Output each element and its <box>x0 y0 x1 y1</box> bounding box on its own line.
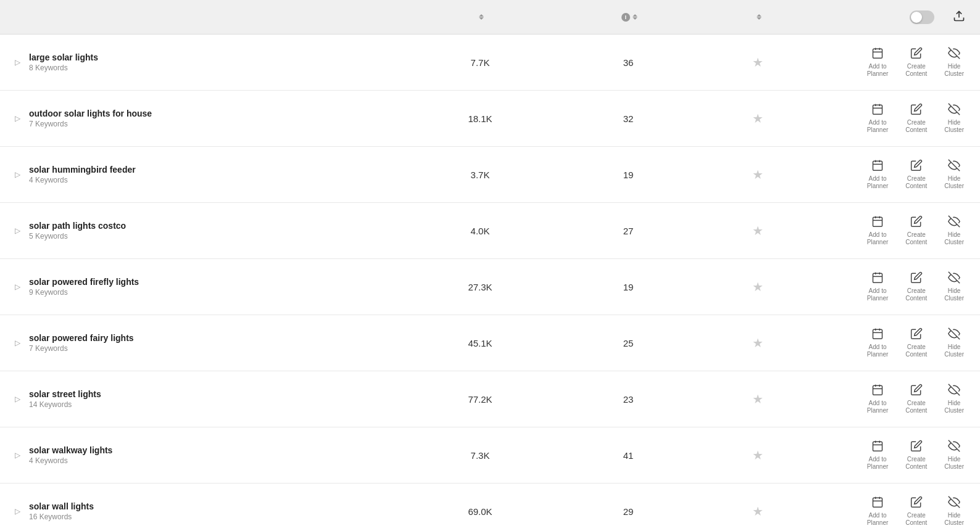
favorite-cell[interactable]: ★ <box>708 504 807 519</box>
add-to-planner-label: Add toPlanner <box>867 512 888 527</box>
add-to-planner-button[interactable]: Add toPlanner <box>863 493 892 529</box>
expand-arrow-icon[interactable]: ▷ <box>12 448 23 462</box>
create-content-button[interactable]: CreateContent <box>902 101 931 136</box>
actions-cell: Add toPlanner CreateContent <box>807 325 968 361</box>
create-content-button[interactable]: CreateContent <box>902 44 931 80</box>
add-to-planner-label: Add toPlanner <box>867 63 888 78</box>
cluster-name: large solar lights <box>29 52 98 62</box>
expand-arrow-icon[interactable]: ▷ <box>12 112 23 125</box>
expand-arrow-icon[interactable]: ▷ <box>12 56 23 69</box>
expand-arrow-icon[interactable]: ▷ <box>12 280 23 294</box>
add-to-planner-button[interactable]: Add toPlanner <box>863 101 892 136</box>
create-content-label: CreateContent <box>905 456 927 471</box>
ranking-difficulty-sort-icon[interactable] <box>633 14 637 20</box>
export-button[interactable] <box>950 7 968 27</box>
favorite-star-icon[interactable]: ★ <box>752 224 763 237</box>
expand-arrow-icon[interactable]: ▷ <box>12 224 23 237</box>
add-to-planner-button[interactable]: Add toPlanner <box>863 325 892 361</box>
hide-cluster-label: HideCluster <box>944 512 964 527</box>
favorite-star-icon[interactable]: ★ <box>752 504 763 518</box>
hide-cluster-button[interactable]: HideCluster <box>941 437 968 473</box>
cluster-cell: ▷ solar walkway lights 4 Keywords <box>12 445 412 465</box>
actions-cell: Add toPlanner CreateContent <box>807 157 968 192</box>
create-content-label: CreateContent <box>905 63 927 78</box>
expand-arrow-icon[interactable]: ▷ <box>12 168 23 181</box>
cluster-info: solar street lights 14 Keywords <box>29 389 101 409</box>
ranking-difficulty-info-icon[interactable]: i <box>621 13 630 22</box>
hide-cluster-label: HideCluster <box>944 287 964 302</box>
ranking-difficulty-cell: 41 <box>548 450 708 461</box>
create-content-label: CreateContent <box>905 512 927 527</box>
favorite-star-icon[interactable]: ★ <box>752 168 763 181</box>
ranking-difficulty-cell: 23 <box>548 394 708 405</box>
favorite-cell[interactable]: ★ <box>708 111 807 126</box>
favorite-cell[interactable]: ★ <box>708 55 807 70</box>
hide-cluster-icon <box>948 47 960 61</box>
favorite-cell[interactable]: ★ <box>708 335 807 350</box>
add-to-planner-button[interactable]: Add toPlanner <box>863 44 892 80</box>
favorite-star-icon[interactable]: ★ <box>752 448 763 462</box>
search-volume-cell: 69.0K <box>412 506 548 517</box>
create-content-button[interactable]: CreateContent <box>902 325 931 361</box>
ranking-difficulty-cell: 27 <box>548 226 708 236</box>
favorite-star-icon[interactable]: ★ <box>752 112 763 125</box>
svg-rect-1 <box>873 49 882 58</box>
cluster-info: solar hummingbird feeder 4 Keywords <box>29 165 136 184</box>
hide-cluster-label: HideCluster <box>944 456 964 471</box>
create-content-label: CreateContent <box>905 344 927 358</box>
create-content-button[interactable]: CreateContent <box>902 437 931 473</box>
hide-cluster-button[interactable]: HideCluster <box>941 213 968 249</box>
hide-cluster-icon <box>948 271 960 286</box>
favorite-star-icon[interactable]: ★ <box>752 280 763 294</box>
expand-arrow-icon[interactable]: ▷ <box>12 504 23 518</box>
cluster-info: solar powered firefly lights 9 Keywords <box>29 277 139 297</box>
cluster-info: large solar lights 8 Keywords <box>29 52 98 72</box>
cluster-info: outdoor solar lights for house 7 Keyword… <box>29 109 152 128</box>
create-content-button[interactable]: CreateContent <box>902 213 931 249</box>
hide-cluster-button[interactable]: HideCluster <box>941 157 968 192</box>
favorite-cell[interactable]: ★ <box>708 223 807 238</box>
favorite-star-icon[interactable]: ★ <box>752 392 763 406</box>
see-hidden-keywords-toggle[interactable] <box>910 10 934 24</box>
actions-cell: Add toPlanner CreateContent <box>807 213 968 249</box>
search-volume-sort-icon[interactable] <box>479 14 484 20</box>
add-to-planner-label: Add toPlanner <box>867 119 888 134</box>
table-row: ▷ solar path lights costco 5 Keywords 4.… <box>0 203 980 259</box>
cluster-info: solar path lights costco 5 Keywords <box>29 221 126 241</box>
favorite-star-icon[interactable]: ★ <box>752 56 763 69</box>
create-content-button[interactable]: CreateContent <box>902 269 931 305</box>
hide-cluster-button[interactable]: HideCluster <box>941 44 968 80</box>
favorite-cell[interactable]: ★ <box>708 279 807 294</box>
create-content-button[interactable]: CreateContent <box>902 381 931 417</box>
ranking-difficulty-col-header[interactable]: i <box>548 13 708 22</box>
create-content-label: CreateContent <box>905 231 927 246</box>
favorite-cell[interactable]: ★ <box>708 448 807 463</box>
search-volume-col-header[interactable] <box>412 14 548 20</box>
add-to-planner-button[interactable]: Add toPlanner <box>863 157 892 192</box>
create-content-button[interactable]: CreateContent <box>902 493 931 529</box>
favorite-col-header[interactable] <box>708 14 807 20</box>
actions-cell: Add toPlanner CreateContent <box>807 44 968 80</box>
expand-arrow-icon[interactable]: ▷ <box>12 336 23 350</box>
svg-rect-36 <box>873 442 882 451</box>
add-to-planner-button[interactable]: Add toPlanner <box>863 437 892 473</box>
hide-cluster-button[interactable]: HideCluster <box>941 101 968 136</box>
table-header: i <box>0 0 980 35</box>
expand-arrow-icon[interactable]: ▷ <box>12 392 23 406</box>
svg-rect-26 <box>873 329 882 339</box>
table-row: ▷ solar walkway lights 4 Keywords 7.3K 4… <box>0 427 980 484</box>
favorite-cell[interactable]: ★ <box>708 167 807 182</box>
add-to-planner-label: Add toPlanner <box>867 231 888 246</box>
favorite-star-icon[interactable]: ★ <box>752 336 763 350</box>
hide-cluster-button[interactable]: HideCluster <box>941 325 968 361</box>
add-to-planner-button[interactable]: Add toPlanner <box>863 269 892 305</box>
favorite-sort-icon[interactable] <box>757 14 762 20</box>
hide-cluster-button[interactable]: HideCluster <box>941 493 968 529</box>
add-to-planner-button[interactable]: Add toPlanner <box>863 213 892 249</box>
create-content-button[interactable]: CreateContent <box>902 157 931 192</box>
hide-cluster-button[interactable]: HideCluster <box>941 269 968 305</box>
favorite-cell[interactable]: ★ <box>708 392 807 406</box>
add-to-planner-button[interactable]: Add toPlanner <box>863 381 892 417</box>
export-icon <box>953 10 965 22</box>
hide-cluster-button[interactable]: HideCluster <box>941 381 968 417</box>
